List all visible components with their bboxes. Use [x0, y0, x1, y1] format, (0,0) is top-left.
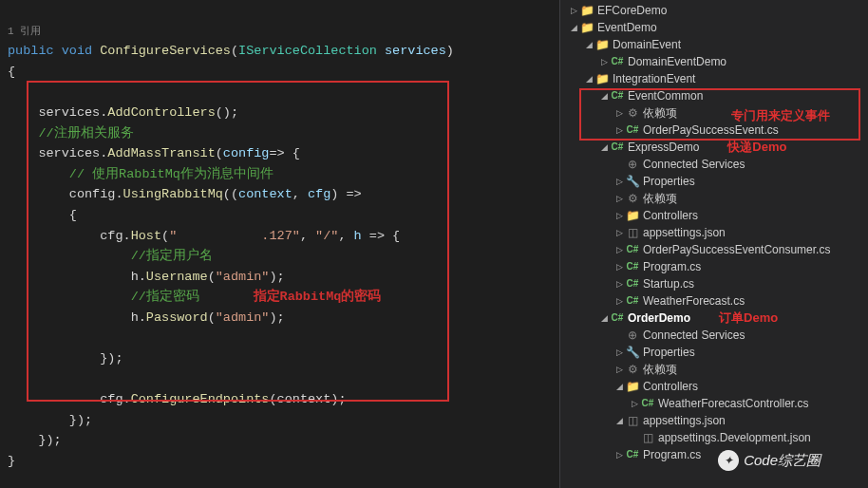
dependencies-icon: ⚙ [625, 361, 640, 378]
file-appsettings[interactable]: ▷◫appsettings.json [560, 224, 868, 241]
code-editor-pane[interactable]: 1 引用 public void ConfigureServices(IServ… [0, 0, 559, 488]
node-properties[interactable]: ▷🔧Properties [560, 344, 868, 361]
node-connectedservices[interactable]: ⊕Connected Services [560, 327, 868, 344]
file-program[interactable]: ▷C#Program.cs [560, 446, 868, 463]
wrench-icon: 🔧 [625, 344, 640, 361]
folder-controllers[interactable]: ▷📁Controllers [560, 207, 868, 224]
file-appsettings[interactable]: ◢◫appsettings.json [560, 412, 868, 429]
cs-file-icon: C# [640, 395, 655, 412]
connected-icon: ⊕ [625, 156, 640, 173]
annotation-eventcommon: 专门用来定义事件 [731, 107, 830, 124]
folder-icon: 📁 [579, 19, 594, 36]
node-connectedservices[interactable]: ⊕Connected Services [560, 156, 868, 173]
cs-file-icon: C# [625, 258, 640, 275]
cs-file-icon: C# [625, 241, 640, 258]
file-startup[interactable]: ▷C#Startup.cs [560, 275, 868, 292]
sln-folder-domainevent[interactable]: ◢📁DomainEvent [560, 36, 868, 53]
highlight-box-code [27, 81, 449, 402]
project-domaineventdemo[interactable]: ▷C#DomainEventDemo [560, 53, 868, 70]
json-file-icon: ◫ [625, 224, 640, 241]
node-dependencies[interactable]: ▷⚙依赖项 [560, 190, 868, 207]
folder-icon: 📁 [625, 207, 640, 224]
sln-folder-eventdemo[interactable]: ◢📁EventDemo [560, 19, 868, 36]
file-appsettings-dev[interactable]: ◫appsettings.Development.json [560, 429, 868, 446]
folder-icon: 📁 [579, 2, 594, 19]
dependencies-icon: ⚙ [625, 190, 640, 207]
file-consumer[interactable]: ▷C#OrderPaySuccessEventConsumer.cs [560, 241, 868, 258]
csproj-icon: C# [610, 310, 625, 327]
expander-icon[interactable]: ▷ [568, 2, 579, 19]
reference-count: 1 引用 [8, 26, 41, 37]
json-file-icon: ◫ [625, 412, 640, 429]
annotation-express: 快递Demo [727, 139, 786, 156]
csproj-icon: C# [610, 139, 625, 156]
watermark: ✦ Code综艺圈 [718, 450, 821, 471]
project-orderdemo[interactable]: ◢C#OrderDemo 订单Demo [560, 310, 868, 327]
cs-file-icon: C# [625, 275, 640, 292]
sln-folder-integrationevent[interactable]: ◢📁IntegrationEvent [560, 70, 868, 87]
json-file-icon: ◫ [640, 429, 655, 446]
file-program[interactable]: ▷C#Program.cs [560, 258, 868, 275]
file-weathercontroller[interactable]: ▷C#WeatherForecastController.cs [560, 395, 868, 412]
connected-icon: ⊕ [625, 327, 640, 344]
cs-file-icon: C# [625, 292, 640, 310]
wechat-icon: ✦ [718, 450, 739, 471]
folder-icon: 📁 [625, 378, 640, 395]
project-expressdemo[interactable]: ◢C#ExpressDemo 快递Demo [560, 139, 868, 156]
wrench-icon: 🔧 [625, 173, 640, 190]
annotation-order: 订单Demo [719, 310, 778, 327]
sln-folder-efcoredemo[interactable]: ▷📁EFCoreDemo [560, 2, 868, 19]
file-weatherforecast[interactable]: ▷C#WeatherForecast.cs [560, 292, 868, 310]
cs-file-icon: C# [625, 446, 640, 463]
solution-explorer-pane[interactable]: ▷📁EFCoreDemo ◢📁EventDemo ◢📁DomainEvent ▷… [559, 0, 868, 488]
node-properties[interactable]: ▷🔧Properties [560, 173, 868, 190]
folder-controllers[interactable]: ◢📁Controllers [560, 378, 868, 395]
expander-open-icon[interactable]: ◢ [568, 19, 579, 36]
csproj-icon: C# [610, 53, 625, 70]
node-dependencies[interactable]: ▷⚙依赖项 [560, 361, 868, 378]
